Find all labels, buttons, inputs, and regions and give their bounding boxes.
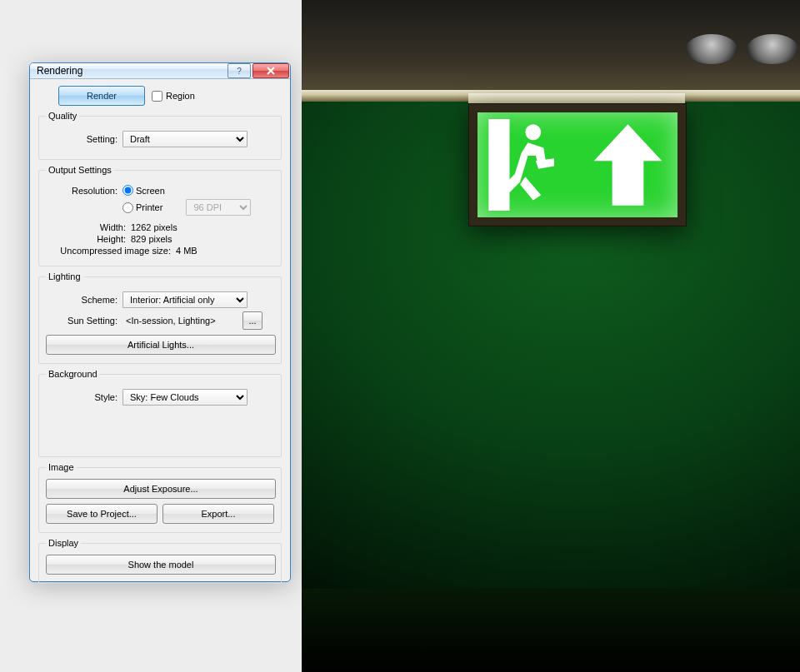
width-value: 1262 pixels <box>131 222 178 232</box>
image-group: Image Adjust Exposure... Save to Project… <box>38 462 282 533</box>
ceiling-light-icon <box>686 34 738 64</box>
render-viewport <box>302 0 800 672</box>
ceiling-light-icon <box>747 34 798 64</box>
resolution-label: Resolution: <box>46 186 122 196</box>
resolution-screen-radio[interactable]: Screen <box>122 185 165 196</box>
rendering-dialog: Rendering ? Render Region Quality Settin… <box>29 62 291 582</box>
style-select[interactable]: Sky: Few Clouds <box>122 389 248 406</box>
image-legend: Image <box>46 462 77 472</box>
setting-label: Setting: <box>46 134 122 144</box>
height-label: Height: <box>46 234 131 244</box>
output-legend: Output Settings <box>46 165 114 175</box>
artificial-lights-button[interactable]: Artificial Lights... <box>46 335 276 355</box>
region-checkbox-label: Region <box>166 91 195 101</box>
save-to-project-button[interactable]: Save to Project... <box>46 504 158 524</box>
region-checkbox[interactable]: Region <box>152 91 195 102</box>
output-settings-group: Output Settings Resolution: Screen Print… <box>38 165 282 266</box>
resolution-screen-input[interactable] <box>122 185 133 196</box>
floor <box>302 589 800 672</box>
running-man-icon <box>488 119 568 211</box>
lighting-legend: Lighting <box>46 271 83 281</box>
help-button[interactable]: ? <box>228 63 251 78</box>
sun-setting-label: Sun Setting: <box>46 316 122 326</box>
resolution-printer-label: Printer <box>136 202 162 212</box>
lighting-group: Lighting Scheme: Interior: Artificial on… <box>38 271 282 364</box>
svg-rect-0 <box>488 119 509 211</box>
setting-select[interactable]: Draft <box>122 131 248 147</box>
svg-point-1 <box>525 124 541 140</box>
export-button[interactable]: Export... <box>162 504 274 524</box>
sun-setting-value <box>122 312 239 329</box>
exit-sign <box>468 103 687 226</box>
resolution-screen-label: Screen <box>136 186 165 196</box>
display-group: Display Show the model <box>38 538 282 584</box>
uncompressed-label: Uncompressed image size: <box>46 246 176 256</box>
close-button[interactable] <box>252 63 289 78</box>
dialog-titlebar[interactable]: Rendering ? <box>30 63 290 79</box>
resolution-printer-radio[interactable]: Printer <box>122 202 162 213</box>
region-checkbox-input[interactable] <box>152 91 162 102</box>
quality-group: Quality Setting: Draft <box>38 111 282 160</box>
background-group: Background Style: Sky: Few Clouds <box>38 369 282 457</box>
exit-sign-face <box>478 112 678 217</box>
dialog-body: Render Region Quality Setting: Draft Ou <box>30 79 290 592</box>
sun-setting-browse-button[interactable]: ... <box>242 311 262 330</box>
exit-sign-mount <box>468 93 685 103</box>
show-the-model-button[interactable]: Show the model <box>46 555 276 575</box>
width-label: Width: <box>46 222 131 232</box>
scheme-select[interactable]: Interior: Artificial only <box>122 291 248 308</box>
height-value: 829 pixels <box>131 234 172 244</box>
scheme-label: Scheme: <box>46 295 122 305</box>
uncompressed-value: 4 MB <box>176 246 198 256</box>
dpi-select: 96 DPI <box>186 199 251 216</box>
adjust-exposure-button[interactable]: Adjust Exposure... <box>46 479 276 499</box>
style-label: Style: <box>46 392 122 402</box>
quality-legend: Quality <box>46 111 79 121</box>
dialog-title: Rendering <box>37 65 226 77</box>
background-legend: Background <box>46 369 100 379</box>
resolution-printer-input[interactable] <box>122 202 133 213</box>
close-icon <box>267 67 275 75</box>
arrow-up-icon <box>588 119 668 211</box>
display-legend: Display <box>46 538 81 548</box>
render-button[interactable]: Render <box>58 86 145 106</box>
